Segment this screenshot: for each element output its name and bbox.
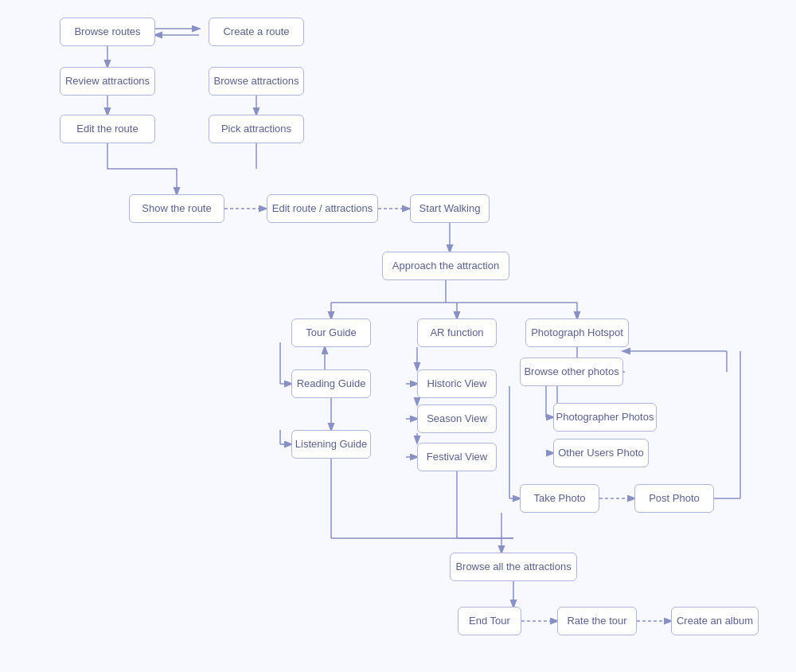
node-reading-guide: Reading Guide [291, 369, 371, 398]
node-take-photo: Take Photo [520, 484, 599, 513]
node-historic-view: Historic View [417, 369, 497, 398]
node-ar-function: AR function [417, 318, 497, 347]
node-edit-route: Edit the route [60, 115, 155, 143]
diagram: Browse routes Create a route Review attr… [0, 0, 796, 672]
arrows-svg [0, 0, 796, 672]
node-browse-all: Browse all the attractions [450, 553, 577, 581]
node-photo-hotspot: Photograph Hotspot [525, 318, 629, 347]
node-photographer-photos: Photographer Photos [553, 403, 657, 432]
node-post-photo: Post Photo [634, 484, 714, 513]
node-season-view: Season View [417, 404, 497, 433]
node-browse-routes: Browse routes [60, 18, 155, 46]
arrow-er-show [107, 143, 177, 194]
node-show-route: Show the route [129, 194, 224, 223]
node-approach: Approach the attraction [382, 252, 509, 280]
node-other-users-photo: Other Users Photo [553, 439, 649, 467]
node-review-attractions: Review attractions [60, 67, 155, 96]
node-create-route: Create a route [209, 18, 304, 46]
node-rate-tour: Rate the tour [557, 607, 637, 635]
node-pick-attractions: Pick attractions [209, 115, 304, 143]
node-edit-route-attr: Edit route / attractions [267, 194, 378, 223]
node-create-album: Create an album [671, 607, 759, 635]
node-end-tour: End Tour [458, 607, 521, 635]
node-listening-guide: Listening Guide [291, 430, 371, 459]
node-tour-guide: Tour Guide [291, 318, 371, 347]
node-browse-attractions: Browse attractions [209, 67, 304, 96]
node-browse-photos: Browse other photos [520, 357, 623, 386]
node-start-walking: Start Walking [410, 194, 490, 223]
node-festival-view: Festival View [417, 443, 497, 471]
